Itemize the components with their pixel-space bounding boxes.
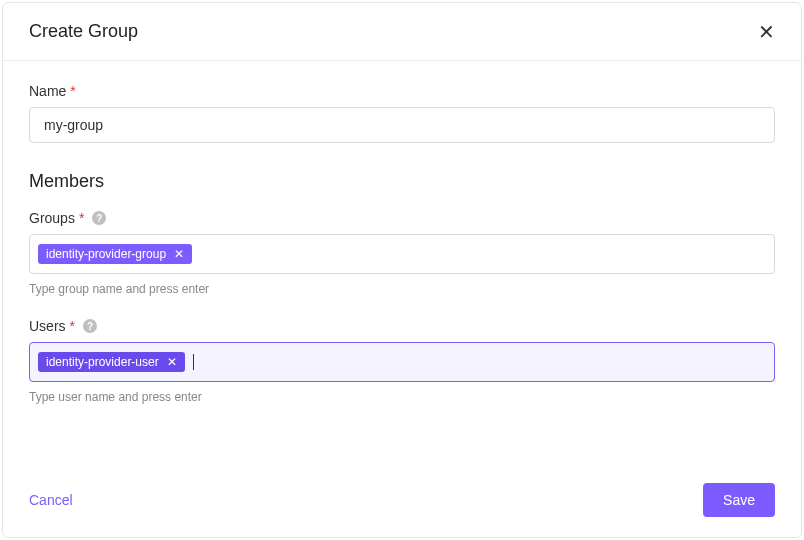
users-label: Users * ? (29, 318, 775, 334)
name-label: Name * (29, 83, 775, 99)
user-tag: identity-provider-user ✕ (38, 352, 185, 372)
required-star-icon: * (70, 318, 75, 334)
remove-tag-icon[interactable]: ✕ (167, 356, 177, 368)
help-icon[interactable]: ? (92, 211, 106, 225)
create-group-modal: Create Group ✕ Name * Members Groups * ?… (2, 2, 802, 538)
users-tag-input[interactable]: identity-provider-user ✕ (29, 342, 775, 382)
users-helper: Type user name and press enter (29, 390, 775, 404)
groups-tag-input[interactable]: identity-provider-group ✕ (29, 234, 775, 274)
user-tag-text: identity-provider-user (46, 356, 159, 368)
modal-footer: Cancel Save (3, 469, 801, 537)
text-cursor-icon (193, 354, 194, 370)
remove-tag-icon[interactable]: ✕ (174, 248, 184, 260)
help-icon[interactable]: ? (83, 319, 97, 333)
members-section-title: Members (29, 171, 775, 192)
modal-body: Name * Members Groups * ? identity-provi… (3, 61, 801, 469)
groups-label-text: Groups (29, 210, 75, 226)
cancel-button[interactable]: Cancel (29, 484, 73, 516)
close-icon[interactable]: ✕ (758, 22, 775, 42)
groups-tag-entry[interactable] (198, 245, 766, 264)
users-tag-entry[interactable] (200, 353, 766, 372)
modal-header: Create Group ✕ (3, 3, 801, 61)
groups-label: Groups * ? (29, 210, 775, 226)
groups-field: Groups * ? identity-provider-group ✕ Typ… (29, 210, 775, 296)
modal-title: Create Group (29, 21, 138, 42)
groups-helper: Type group name and press enter (29, 282, 775, 296)
group-tag: identity-provider-group ✕ (38, 244, 192, 264)
users-label-text: Users (29, 318, 66, 334)
name-input[interactable] (29, 107, 775, 143)
group-tag-text: identity-provider-group (46, 248, 166, 260)
required-star-icon: * (79, 210, 84, 226)
save-button[interactable]: Save (703, 483, 775, 517)
users-field: Users * ? identity-provider-user ✕ Type … (29, 318, 775, 404)
name-label-text: Name (29, 83, 66, 99)
required-star-icon: * (70, 83, 75, 99)
